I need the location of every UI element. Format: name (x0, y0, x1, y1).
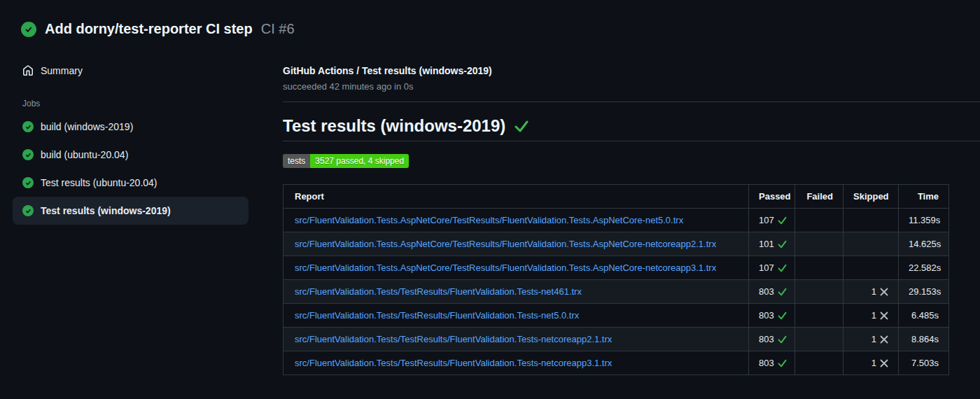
passed-count: 107 (759, 215, 774, 225)
skipped-count: 1 (872, 310, 876, 321)
time-cell: 29.153s (899, 280, 949, 304)
sidebar-job-item[interactable]: Test results (ubuntu-20.04) (13, 169, 248, 197)
table-row: src/FluentValidation.Tests.AspNetCore/Te… (284, 232, 949, 256)
report-cell: src/FluentValidation.Tests.AspNetCore/Te… (284, 232, 749, 256)
report-link[interactable]: src/FluentValidation.Tests.AspNetCore/Te… (295, 239, 716, 249)
passed-count: 803 (759, 286, 774, 297)
success-check-circle-icon (22, 149, 34, 160)
sidebar-summary-label: Summary (41, 65, 83, 76)
success-check-circle-icon (22, 177, 34, 188)
job-label: build (ubuntu-20.04) (41, 149, 128, 160)
passed-count: 107 (759, 262, 774, 273)
report-cell: src/FluentValidation.Tests/TestResults/F… (284, 328, 749, 351)
tests-status-badge[interactable]: tests 3527 passed, 4 skipped (283, 154, 409, 168)
skip-x-icon (880, 288, 888, 296)
home-icon (22, 65, 34, 76)
report-cell: src/FluentValidation.Tests.AspNetCore/Te… (284, 256, 749, 280)
table-row: src/FluentValidation.Tests/TestResults/F… (284, 328, 949, 351)
failed-cell (795, 304, 844, 328)
section-heading: Test results (windows-2019) (283, 116, 980, 141)
divider (283, 102, 980, 102)
badge-label: tests (283, 154, 310, 168)
sidebar-job-item[interactable]: build (windows-2019) (13, 113, 248, 141)
skipped-count: 1 (872, 358, 876, 368)
failed-cell (795, 232, 844, 256)
passed-cell: 803 (749, 351, 795, 375)
time-cell: 7.503s (899, 351, 949, 375)
job-label: Test results (ubuntu-20.04) (41, 177, 158, 188)
skipped-cell (844, 232, 899, 256)
job-label: Test results (windows-2019) (41, 205, 171, 216)
passed-cell: 803 (749, 304, 795, 328)
pass-check-icon (778, 288, 787, 296)
sidebar-item-summary[interactable]: Summary (13, 58, 248, 83)
passed-cell: 107 (749, 256, 795, 280)
report-link[interactable]: src/FluentValidation.Tests.AspNetCore/Te… (295, 262, 716, 273)
badge-value: 3527 passed, 4 skipped (310, 154, 409, 168)
skip-x-icon (880, 335, 888, 344)
skipped-count: 1 (872, 334, 876, 344)
time-cell: 14.625s (899, 232, 949, 256)
skipped-cell: 1 (844, 351, 899, 375)
table-row: src/FluentValidation.Tests/TestResults/F… (284, 351, 949, 375)
failed-cell (795, 209, 844, 232)
skipped-cell (844, 209, 899, 232)
job-detail-panel: GitHub Actions / Test results (windows-2… (283, 47, 980, 375)
test-results-table: Report Passed Failed Skipped Time src/Fl… (283, 184, 949, 375)
jobs-section-label: Jobs (22, 99, 248, 108)
sidebar-job-item[interactable]: build (ubuntu-20.04) (13, 141, 248, 169)
report-link[interactable]: src/FluentValidation.Tests/TestResults/F… (295, 358, 612, 368)
skipped-cell: 1 (844, 328, 899, 351)
column-header-passed: Passed (749, 185, 795, 209)
pass-check-icon (778, 312, 787, 320)
pass-check-icon (778, 335, 787, 344)
report-cell: src/FluentValidation.Tests.AspNetCore/Te… (284, 209, 749, 232)
passed-count: 803 (759, 358, 774, 368)
table-row: src/FluentValidation.Tests.AspNetCore/Te… (284, 209, 949, 232)
run-header: Add dorny/test-reporter CI step CI #6 (0, 0, 980, 47)
skip-x-icon (880, 312, 888, 320)
time-cell: 22.582s (899, 256, 949, 280)
sidebar-job-item[interactable]: Test results (windows-2019) (13, 197, 248, 225)
passed-count: 803 (759, 310, 774, 321)
success-check-circle-icon (22, 205, 34, 216)
failed-cell (795, 351, 844, 375)
job-label: build (windows-2019) (41, 121, 133, 132)
skipped-count: 1 (872, 286, 876, 297)
pass-check-icon (778, 264, 787, 272)
passed-count: 101 (759, 239, 774, 249)
failed-cell (795, 328, 844, 351)
report-cell: src/FluentValidation.Tests/TestResults/F… (284, 280, 749, 304)
column-header-time: Time (899, 185, 949, 209)
skip-x-icon (880, 359, 888, 368)
passed-cell: 803 (749, 280, 795, 304)
time-cell: 8.864s (899, 328, 949, 351)
section-title: Test results (windows-2019) (283, 116, 505, 136)
success-check-icon (514, 120, 529, 132)
table-row: src/FluentValidation.Tests/TestResults/F… (284, 304, 949, 328)
skipped-cell: 1 (844, 280, 899, 304)
report-link[interactable]: src/FluentValidation.Tests/TestResults/F… (295, 310, 579, 321)
table-row: src/FluentValidation.Tests/TestResults/F… (284, 280, 949, 304)
passed-cell: 107 (749, 209, 795, 232)
page-title: Add dorny/test-reporter CI step (45, 21, 253, 37)
report-link[interactable]: src/FluentValidation.Tests.AspNetCore/Te… (295, 215, 683, 225)
report-cell: src/FluentValidation.Tests/TestResults/F… (284, 304, 749, 328)
check-run-title: GitHub Actions / Test results (windows-2… (283, 65, 980, 76)
report-link[interactable]: src/FluentValidation.Tests/TestResults/F… (295, 334, 612, 344)
time-cell: 11.359s (899, 209, 949, 232)
column-header-report: Report (284, 185, 749, 209)
failed-cell (795, 280, 844, 304)
report-link[interactable]: src/FluentValidation.Tests/TestResults/F… (295, 286, 582, 297)
report-cell: src/FluentValidation.Tests/TestResults/F… (284, 351, 749, 375)
workflow-run-number: CI #6 (261, 21, 295, 37)
column-header-skipped: Skipped (844, 185, 899, 209)
failed-cell (795, 256, 844, 280)
pass-check-icon (778, 240, 787, 248)
jobs-list: build (windows-2019)build (ubuntu-20.04)… (13, 113, 248, 225)
table-body: src/FluentValidation.Tests.AspNetCore/Te… (284, 209, 949, 375)
pass-check-icon (778, 216, 787, 225)
time-cell: 6.485s (899, 304, 949, 328)
table-header-row: Report Passed Failed Skipped Time (284, 185, 949, 209)
skipped-cell (844, 256, 899, 280)
